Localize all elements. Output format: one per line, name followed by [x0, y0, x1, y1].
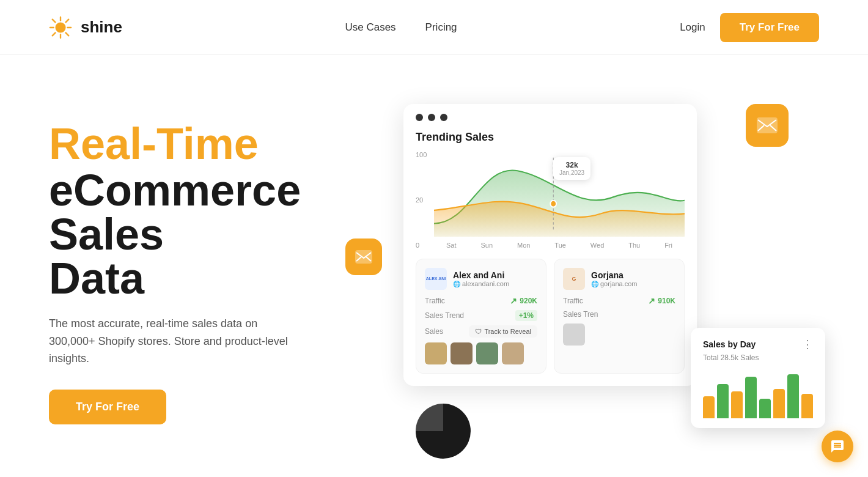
chart-y-labels: 100 20 0	[416, 151, 434, 249]
svg-line-6	[66, 32, 69, 35]
nav-pricing[interactable]: Pricing	[425, 21, 457, 34]
svg-point-13	[550, 201, 556, 207]
store-name-1: Alex and Ani	[453, 270, 509, 280]
hero-title: Real-Time eCommerce Sales Data	[49, 120, 367, 300]
product-img-1	[425, 342, 447, 364]
login-button[interactable]: Login	[680, 21, 705, 34]
chart-tooltip: 32k Jan,2023	[553, 157, 590, 180]
logo[interactable]: shine	[49, 16, 122, 39]
email-icon-right	[757, 117, 778, 133]
svg-rect-14	[757, 117, 778, 133]
tooltip-value: 32k	[559, 161, 584, 169]
store-info-1: Alex and Ani 🌐 alexandani.com	[453, 270, 509, 287]
bar-5	[759, 399, 771, 418]
stores-row: ALEX ANI Alex and Ani 🌐 alexandani.com	[416, 259, 685, 374]
popup-more-icon[interactable]: ⋮	[802, 338, 813, 351]
window-dot-2	[428, 114, 435, 121]
bar-8	[801, 394, 813, 418]
bar-3	[731, 391, 743, 418]
svg-point-0	[55, 22, 65, 32]
try-free-button-hero[interactable]: Try For Free	[49, 390, 166, 424]
store-images-1	[425, 342, 537, 364]
x-fri: Fri	[664, 242, 672, 249]
store-name-2: Gorjana	[591, 270, 638, 280]
email-icon-left	[355, 250, 372, 264]
store-metrics-1: Traffic ↗ 920K Sales Trend +1%	[425, 296, 537, 338]
product-img-4	[502, 342, 524, 364]
y-label-100: 100	[416, 151, 434, 158]
logo-text: shine	[81, 18, 122, 37]
try-free-button-nav[interactable]: Try For Free	[720, 13, 819, 42]
bar-6	[773, 389, 785, 418]
store-logo-2: G	[563, 268, 585, 290]
x-mon: Mon	[517, 242, 530, 249]
email-badge-left	[345, 239, 382, 275]
hero-title-orange: Real-Time	[49, 120, 367, 168]
card-header	[403, 104, 697, 121]
product-img-g1	[563, 324, 585, 346]
popup-subtitle: Total 28.5k Sales	[703, 353, 813, 362]
metric-traffic-1: Traffic ↗ 920K	[425, 296, 537, 306]
trending-sales-chart: 100 20 0	[416, 151, 685, 249]
x-sat: Sat	[446, 242, 457, 249]
store-logo-1: ALEX ANI	[425, 268, 447, 290]
metric-sales-1: Sales 🛡 Track to Reveal	[425, 325, 537, 338]
bar-1	[703, 396, 715, 418]
product-img-2	[451, 342, 473, 364]
store-card-gorjana: G Gorjana 🌐 gorjana.com Tr	[554, 259, 685, 374]
window-dot-3	[440, 114, 447, 121]
nav-links: Use Cases Pricing	[345, 21, 457, 34]
hero-title-black-2: Data	[49, 256, 367, 300]
store-metrics-2: Traffic ↗ 910K Sales Tren	[563, 296, 675, 319]
metric-sales-trend-2: Sales Tren	[563, 310, 675, 319]
hero-title-black-1: eCommerce Sales	[49, 168, 367, 256]
store-images-2	[563, 324, 675, 346]
bar-2	[717, 384, 729, 418]
chart-x-labels: Sat Sun Mon Tue Wed Thu Fri	[434, 242, 685, 249]
navbar: shine Use Cases Pricing Login Try For Fr…	[0, 0, 868, 55]
track-reveal-button[interactable]: 🛡 Track to Reveal	[469, 325, 537, 338]
hero-section: Real-Time eCommerce Sales Data The most …	[0, 55, 868, 477]
x-thu: Thu	[628, 242, 640, 249]
svg-line-8	[53, 32, 56, 35]
hero-content: Real-Time eCommerce Sales Data The most …	[49, 108, 367, 425]
store-header-1: ALEX ANI Alex and Ani 🌐 alexandani.com	[425, 268, 537, 290]
metric-sales-trend-1: Sales Trend +1%	[425, 310, 537, 321]
nav-right: Login Try For Free	[680, 13, 819, 42]
bar-7	[787, 374, 799, 418]
store-url-1: 🌐 alexandani.com	[453, 280, 509, 287]
hero-subtitle: The most accurate, real-time sales data …	[49, 315, 306, 368]
svg-line-7	[66, 19, 69, 22]
y-label-20: 20	[416, 196, 434, 204]
metric-traffic-2: Traffic ↗ 910K	[563, 296, 675, 306]
store-header-2: G Gorjana 🌐 gorjana.com	[563, 268, 675, 290]
trending-sales-title: Trending Sales	[416, 131, 685, 144]
x-sun: Sun	[480, 242, 493, 249]
bar-4	[745, 377, 757, 418]
chat-button[interactable]	[822, 431, 853, 462]
chart-svg-area: 32k Jan,2023	[434, 151, 685, 237]
sales-bar-chart	[703, 369, 813, 418]
product-img-3	[476, 342, 498, 364]
store-url-2: 🌐 gorjana.com	[591, 280, 638, 287]
x-tue: Tue	[554, 242, 566, 249]
card-body: Trending Sales 100 20 0	[403, 121, 697, 386]
svg-rect-9	[355, 250, 372, 264]
svg-line-5	[53, 19, 56, 22]
popup-title: Sales by Day	[703, 339, 756, 349]
chat-icon	[830, 439, 845, 454]
tooltip-date: Jan,2023	[559, 169, 584, 176]
hero-visual: Trending Sales 100 20 0	[367, 55, 819, 477]
store-card-alex-ani: ALEX ANI Alex and Ani 🌐 alexandani.com	[416, 259, 546, 374]
x-wed: Wed	[590, 242, 604, 249]
store-info-2: Gorjana 🌐 gorjana.com	[591, 270, 638, 287]
email-badge-right	[746, 104, 789, 147]
nav-use-cases[interactable]: Use Cases	[345, 21, 395, 34]
y-label-0: 0	[416, 242, 434, 249]
window-dot-1	[416, 114, 423, 121]
logo-icon	[49, 16, 72, 39]
dashboard-card: Trending Sales 100 20 0	[403, 104, 697, 386]
popup-header: Sales by Day ⋮	[703, 338, 813, 351]
sales-by-day-popup: Sales by Day ⋮ Total 28.5k Sales	[691, 328, 825, 428]
pie-chart-float	[416, 404, 471, 459]
